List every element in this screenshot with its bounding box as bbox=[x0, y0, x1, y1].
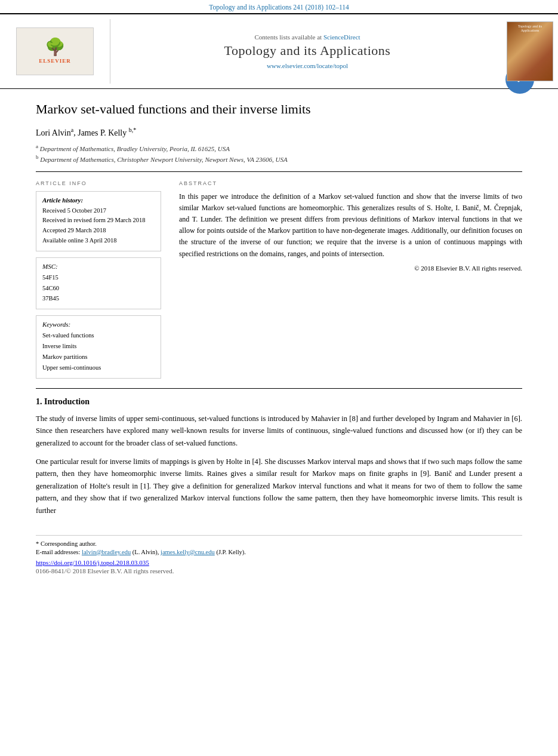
email-footnote: E-mail addresses: lalvin@bradley.edu (L.… bbox=[36, 549, 522, 555]
doi-line: https://doi.org/10.1016/j.topol.2018.03.… bbox=[36, 559, 522, 566]
journal-cover-thumbnail: Topology and its Applications bbox=[507, 21, 553, 81]
journal-title: Topology and its Applications bbox=[122, 43, 492, 59]
sciencedirect-link[interactable]: ScienceDirect bbox=[323, 33, 360, 41]
available-date: Available online 3 April 2018 bbox=[42, 236, 155, 246]
elsevier-logo: 🌳 ELSEVIER bbox=[16, 27, 94, 75]
header-divider bbox=[36, 171, 522, 172]
aff-a-sup: a bbox=[36, 143, 38, 149]
journal-citation-link[interactable]: Topology and its Applications 241 (2018)… bbox=[209, 4, 349, 11]
doi-link[interactable]: https://doi.org/10.1016/j.topol.2018.03.… bbox=[36, 559, 149, 566]
author-kelly: , James P. Kelly bbox=[73, 128, 129, 137]
journal-cover-area: Topology and its Applications bbox=[504, 19, 558, 84]
msc-title: MSC: bbox=[42, 263, 155, 270]
section-divider bbox=[36, 388, 522, 389]
email2-link[interactable]: james.kelly@cnu.edu bbox=[161, 549, 215, 555]
intro-paragraph-1: The study of inverse limits of upper sem… bbox=[36, 413, 522, 450]
msc-content: 54F15 54C60 37B45 bbox=[42, 272, 155, 305]
msc-3: 37B45 bbox=[42, 293, 155, 304]
issn-line: 0166-8641/© 2018 Elsevier B.V. All right… bbox=[36, 567, 522, 574]
intro-paragraph-2: One particular result for inverse limits… bbox=[36, 456, 522, 517]
affiliation-a-text: Department of Mathematics, Bradley Unive… bbox=[40, 145, 230, 152]
article-footer: * Corresponding author. E-mail addresses… bbox=[36, 535, 522, 574]
keyword-1: Set-valued functions bbox=[42, 330, 155, 341]
article-title: Markov set-valued functions and their in… bbox=[36, 101, 522, 118]
article-history-box: Article history: Received 5 October 2017… bbox=[36, 191, 161, 251]
keyword-2: Inverse limits bbox=[42, 341, 155, 352]
journal-title-area: Contents lists available at ScienceDirec… bbox=[110, 19, 504, 84]
keywords-content: Set-valued functions Inverse limits Mark… bbox=[42, 330, 155, 373]
journal-url-area: www.elsevier.com/locate/topol bbox=[122, 62, 492, 69]
abstract-label: ABSTRACT bbox=[179, 180, 522, 186]
email2-name: (J.P. Kelly). bbox=[216, 549, 246, 555]
elsevier-tree-icon: 🌳 bbox=[45, 39, 66, 56]
contents-line: Contents lists available at ScienceDirec… bbox=[122, 33, 492, 41]
corresponding-author-note: * Corresponding author. bbox=[36, 540, 522, 547]
msc-1: 54F15 bbox=[42, 272, 155, 283]
revised-date: Received in revised form 29 March 2018 bbox=[42, 216, 155, 226]
affiliation-a: a Department of Mathematics, Bradley Uni… bbox=[36, 143, 522, 152]
keyword-3: Markov partitions bbox=[42, 352, 155, 362]
elsevier-logo-box: 🌳 ELSEVIER bbox=[16, 27, 94, 75]
article-info-label: ARTICLE INFO bbox=[36, 180, 161, 186]
abstract-text: In this paper we introduce the definitio… bbox=[179, 191, 522, 260]
info-abstract-section: ARTICLE INFO Article history: Received 5… bbox=[36, 180, 522, 379]
email-label: E-mail addresses: bbox=[36, 549, 80, 555]
keywords-title: Keywords: bbox=[42, 321, 155, 328]
introduction-heading: 1. Introduction bbox=[36, 397, 522, 407]
author-alvin: Lori Alvin bbox=[36, 128, 71, 137]
affiliation-b-text: Department of Mathematics, Christopher N… bbox=[40, 156, 288, 163]
author-b-sup: b,* bbox=[129, 127, 137, 133]
aff-b-sup: b bbox=[36, 154, 39, 160]
contents-text: Contents lists available at bbox=[254, 33, 322, 41]
history-content: Received 5 October 2017 Received in revi… bbox=[42, 206, 155, 246]
journal-header: 🌳 ELSEVIER Contents lists available at S… bbox=[0, 13, 558, 89]
journal-url-link[interactable]: www.elsevier.com/locate/topol bbox=[267, 62, 348, 69]
accepted-date: Accepted 29 March 2018 bbox=[42, 226, 155, 236]
publisher-logo-area: 🌳 ELSEVIER bbox=[0, 19, 110, 84]
email1-link[interactable]: lalvin@bradley.edu bbox=[82, 549, 131, 555]
received-date: Received 5 October 2017 bbox=[42, 206, 155, 216]
authors-line: Lori Alvina, James P. Kelly b,* bbox=[36, 127, 522, 138]
journal-citation-bar: Topology and its Applications 241 (2018)… bbox=[0, 0, 558, 13]
article-info-column: ARTICLE INFO Article history: Received 5… bbox=[36, 180, 161, 379]
affiliation-b: b Department of Mathematics, Christopher… bbox=[36, 154, 522, 163]
cover-title-text: Topology and its Applications bbox=[510, 24, 550, 33]
elsevier-name: ELSEVIER bbox=[39, 58, 71, 64]
section-number: 1. Introduction bbox=[36, 397, 90, 406]
main-content: ✓ Markov set-valued functions and their … bbox=[0, 89, 558, 586]
corresponding-label: * Corresponding author. bbox=[36, 540, 97, 547]
msc-box: MSC: 54F15 54C60 37B45 bbox=[36, 257, 161, 310]
keywords-box: Keywords: Set-valued functions Inverse l… bbox=[36, 315, 161, 378]
affiliations: a Department of Mathematics, Bradley Uni… bbox=[36, 143, 522, 162]
email1-name: (L. Alvin), bbox=[132, 549, 159, 555]
keyword-4: Upper semi-continuous bbox=[42, 362, 155, 373]
copyright-text: © 2018 Elsevier B.V. All rights reserved… bbox=[179, 265, 522, 272]
msc-2: 54C60 bbox=[42, 283, 155, 294]
history-title: Article history: bbox=[42, 196, 155, 204]
abstract-column: ABSTRACT In this paper we introduce the … bbox=[179, 180, 522, 379]
